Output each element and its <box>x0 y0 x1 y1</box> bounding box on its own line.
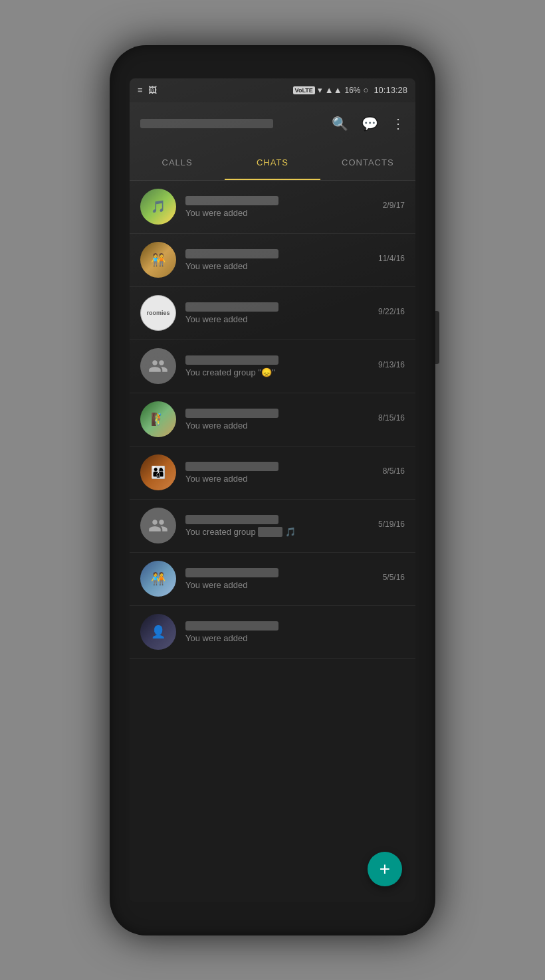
chat-preview: You created group "😞" <box>185 367 373 377</box>
side-button[interactable] <box>435 311 439 364</box>
chat-preview: You were added <box>185 474 378 484</box>
chat-item[interactable]: You created group 🎵 5/19/16 <box>130 500 415 553</box>
image-icon: 🖼 <box>148 85 157 95</box>
new-chat-fab[interactable]: + <box>368 852 402 886</box>
chat-content: You were added <box>185 196 378 218</box>
phone-device: ≡ 🖼 VoLTE ▾ ▲▲ 16% ○ 10:13:28 🔍 💬 ⋮ <box>110 45 435 935</box>
chat-name <box>185 515 278 524</box>
chat-name <box>185 621 278 631</box>
status-left-icons: ≡ 🖼 <box>138 85 157 95</box>
chat-date: 9/22/16 <box>378 307 405 316</box>
chat-item[interactable]: 🧑‍🤝‍🧑 You were added 5/5/16 <box>130 553 415 606</box>
chat-date: 11/4/16 <box>378 254 405 263</box>
avatar <box>140 348 176 384</box>
chat-preview: You were added <box>185 208 378 218</box>
chat-date: 5/19/16 <box>378 520 405 529</box>
chat-name <box>185 302 278 312</box>
avatar: 🧗 <box>140 401 176 437</box>
chat-content: You created group "😞" <box>185 355 373 377</box>
chat-item[interactable]: You created group "😞" 9/13/16 <box>130 340 415 393</box>
chat-date: 8/15/16 <box>378 413 405 423</box>
chat-name <box>185 355 278 365</box>
header-action-icons: 🔍 💬 ⋮ <box>332 116 405 132</box>
chat-date: 2/9/17 <box>383 201 405 210</box>
avatar: roomies <box>140 295 176 331</box>
app-header: 🔍 💬 ⋮ <box>130 102 415 145</box>
chat-meta: 8/5/16 <box>383 466 405 478</box>
chat-name <box>185 568 278 577</box>
avatar <box>140 508 176 543</box>
phone-screen: ≡ 🖼 VoLTE ▾ ▲▲ 16% ○ 10:13:28 🔍 💬 ⋮ <box>130 78 415 902</box>
chat-preview: You were added <box>185 580 378 590</box>
chat-meta: 5/5/16 <box>383 573 405 585</box>
more-options-icon[interactable]: ⋮ <box>391 116 405 132</box>
chat-item[interactable]: 👤 You were added <box>130 606 415 659</box>
chat-name <box>185 196 278 205</box>
avatar: 🧑‍🤝‍🧑 <box>140 561 176 597</box>
chat-meta: 2/9/17 <box>383 201 405 213</box>
chat-name <box>185 462 278 471</box>
signal-icon: ▲▲ <box>325 85 342 95</box>
chat-preview: You were added <box>185 261 373 271</box>
chat-meta: 5/19/16 <box>378 520 405 532</box>
status-bar: ≡ 🖼 VoLTE ▾ ▲▲ 16% ○ 10:13:28 <box>130 78 415 102</box>
clock: 10:13:28 <box>374 85 407 95</box>
chat-icon[interactable]: 💬 <box>362 116 378 132</box>
chat-name <box>185 249 278 258</box>
chat-content: You were added <box>185 302 373 324</box>
battery-icon: ○ <box>364 85 369 95</box>
chat-meta: 8/15/16 <box>378 413 405 425</box>
chat-content: You were added <box>185 462 378 484</box>
chat-meta: 11/4/16 <box>378 254 405 266</box>
app-title <box>140 119 332 128</box>
chat-date: 5/5/16 <box>383 573 405 582</box>
chat-item[interactable]: 👨‍👩‍👦 You were added 8/5/16 <box>130 446 415 500</box>
chat-content: You were added <box>185 621 399 643</box>
chat-list: 🎵 You were added 2/9/17 🧑‍🤝‍🧑 You were a <box>130 181 415 902</box>
chat-date: 9/13/16 <box>378 360 405 369</box>
notification-icon: ≡ <box>138 85 143 95</box>
wifi-icon: ▾ <box>318 85 322 95</box>
chat-preview: You were added <box>185 421 373 431</box>
chat-content: You were added <box>185 568 378 590</box>
tab-calls[interactable]: CALLS <box>130 145 225 180</box>
search-icon[interactable]: 🔍 <box>332 116 348 132</box>
chat-preview: You created group 🎵 <box>185 527 373 537</box>
volte-badge: VoLTE <box>293 86 315 94</box>
tab-contacts[interactable]: CONTACTS <box>320 145 415 180</box>
chat-item[interactable]: 🧗 You were added 8/15/16 <box>130 393 415 446</box>
tab-chats[interactable]: CHATS <box>225 145 320 180</box>
chat-preview: You were added <box>185 314 373 324</box>
avatar: 👨‍👩‍👦 <box>140 454 176 490</box>
fab-plus-icon: + <box>380 858 390 880</box>
battery-level: 16% <box>345 86 361 95</box>
chat-item[interactable]: 🧑‍🤝‍🧑 You were added 11/4/16 <box>130 234 415 287</box>
chat-content: You created group 🎵 <box>185 515 373 537</box>
chat-meta: 9/22/16 <box>378 307 405 319</box>
chat-preview: You were added <box>185 633 399 643</box>
avatar: 🎵 <box>140 189 176 225</box>
chat-item[interactable]: 🎵 You were added 2/9/17 <box>130 181 415 234</box>
chat-content: You were added <box>185 409 373 431</box>
avatar: 🧑‍🤝‍🧑 <box>140 242 176 278</box>
chat-date: 8/5/16 <box>383 466 405 476</box>
chat-meta: 9/13/16 <box>378 360 405 372</box>
status-right-info: VoLTE ▾ ▲▲ 16% ○ 10:13:28 <box>293 85 407 95</box>
tab-bar: CALLS CHATS CONTACTS <box>130 145 415 181</box>
chat-content: You were added <box>185 249 373 271</box>
chat-item[interactable]: roomies You were added 9/22/16 <box>130 287 415 340</box>
avatar: 👤 <box>140 614 176 650</box>
chat-name <box>185 409 278 418</box>
